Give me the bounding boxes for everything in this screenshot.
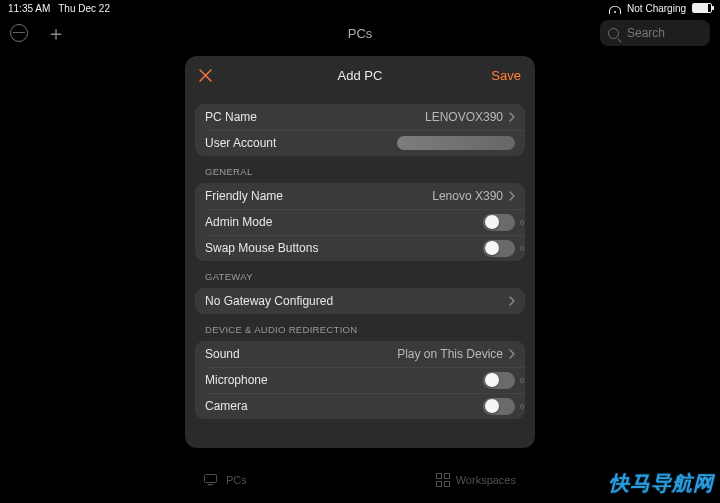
sound-label: Sound: [205, 347, 240, 361]
svg-rect-0: [205, 475, 217, 483]
user-account-label: User Account: [205, 136, 276, 150]
close-button[interactable]: [199, 69, 212, 82]
pc-name-row[interactable]: PC Name LENOVOX390: [195, 104, 525, 130]
microphone-toggle[interactable]: ○: [483, 372, 515, 389]
svg-rect-5: [444, 482, 449, 487]
camera-label: Camera: [205, 399, 248, 413]
collapse-button[interactable]: —: [10, 24, 28, 42]
svg-rect-4: [436, 482, 441, 487]
chevron-right-icon: [509, 191, 515, 201]
tab-pcs[interactable]: PCs: [204, 474, 247, 486]
grid-icon: [436, 473, 450, 487]
pc-name-value: LENOVOX390: [425, 110, 503, 124]
swap-mouse-label: Swap Mouse Buttons: [205, 241, 318, 255]
gateway-value: No Gateway Configured: [205, 294, 333, 308]
sound-row[interactable]: Sound Play on This Device: [195, 341, 525, 367]
page-title: PCs: [348, 26, 373, 41]
toolbar: — ＋ PCs: [0, 16, 720, 50]
swap-mouse-row: Swap Mouse Buttons ○: [195, 235, 525, 261]
friendly-name-label: Friendly Name: [205, 189, 283, 203]
chevron-right-icon: [509, 349, 515, 359]
admin-mode-row: Admin Mode ○: [195, 209, 525, 235]
camera-toggle[interactable]: ○: [483, 398, 515, 415]
microphone-label: Microphone: [205, 373, 268, 387]
basic-group: PC Name LENOVOX390 User Account: [195, 104, 525, 156]
modal-scroll[interactable]: PC Name LENOVOX390 User Account GENERAL …: [185, 94, 535, 448]
gateway-row[interactable]: No Gateway Configured: [195, 288, 525, 314]
status-bar: 11:35 AM Thu Dec 22 Not Charging: [0, 0, 720, 16]
camera-row: Camera ○: [195, 393, 525, 419]
tab-workspaces[interactable]: Workspaces: [436, 473, 516, 487]
gateway-group: No Gateway Configured: [195, 288, 525, 314]
tab-workspaces-label: Workspaces: [456, 474, 516, 486]
bottom-tabbar: PCs Workspaces: [184, 465, 536, 495]
redirection-group: Sound Play on This Device Microphone ○ C…: [195, 341, 525, 419]
chevron-right-icon: [509, 296, 515, 306]
add-pc-modal: Add PC Save PC Name LENOVOX390 User Acco…: [185, 56, 535, 448]
tab-pcs-label: PCs: [226, 474, 247, 486]
svg-rect-2: [436, 474, 441, 479]
monitor-icon: [204, 474, 220, 486]
search-input[interactable]: [625, 25, 701, 41]
swap-mouse-toggle[interactable]: ○: [483, 240, 515, 257]
watermark-text: 快马导航网: [609, 470, 714, 497]
search-field[interactable]: [600, 20, 710, 46]
chevron-right-icon: [509, 112, 515, 122]
general-header: GENERAL: [195, 156, 525, 183]
friendly-name-value: Lenovo X390: [432, 189, 503, 203]
status-date: Thu Dec 22: [58, 3, 110, 14]
admin-mode-label: Admin Mode: [205, 215, 272, 229]
svg-rect-3: [444, 474, 449, 479]
status-time: 11:35 AM: [8, 3, 50, 14]
charging-label: Not Charging: [627, 3, 686, 14]
user-account-row[interactable]: User Account: [195, 130, 525, 156]
sound-value: Play on This Device: [397, 347, 503, 361]
modal-header: Add PC Save: [185, 56, 535, 94]
pc-name-label: PC Name: [205, 110, 257, 124]
microphone-row: Microphone ○: [195, 367, 525, 393]
gateway-header: GATEWAY: [195, 261, 525, 288]
modal-title: Add PC: [338, 68, 383, 83]
add-button[interactable]: ＋: [46, 23, 66, 43]
svg-rect-1: [208, 484, 213, 485]
general-group: Friendly Name Lenovo X390 Admin Mode ○ S…: [195, 183, 525, 261]
redirection-header: DEVICE & AUDIO REDIRECTION: [195, 314, 525, 341]
friendly-name-row[interactable]: Friendly Name Lenovo X390: [195, 183, 525, 209]
admin-mode-toggle[interactable]: ○: [483, 214, 515, 231]
user-account-redacted: [397, 136, 515, 150]
wifi-icon: [609, 3, 621, 13]
battery-icon: [692, 3, 712, 13]
save-button[interactable]: Save: [491, 68, 521, 83]
search-icon: [608, 28, 619, 39]
